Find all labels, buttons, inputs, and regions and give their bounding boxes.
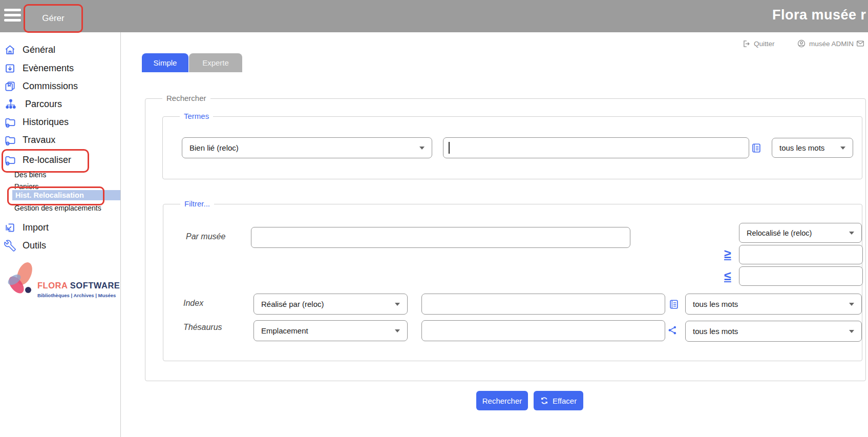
sidebar-item-evenements[interactable]: Evènements xyxy=(4,61,74,75)
button-label: Rechercher xyxy=(482,397,522,405)
user-icon xyxy=(797,39,806,48)
home-icon xyxy=(4,44,16,56)
hamburger-menu-icon[interactable] xyxy=(4,9,21,24)
lte-input[interactable] xyxy=(739,266,863,286)
gerer-label: Gérer xyxy=(42,13,64,24)
logo-brand-primary: FLORA xyxy=(37,281,68,290)
sidebar-item-label: Historiques xyxy=(23,117,69,128)
index-book-icon[interactable] xyxy=(668,299,680,310)
date-field-select[interactable]: Relocalisé le (reloc) xyxy=(739,223,862,243)
select-value: Bien lié (reloc) xyxy=(189,143,239,152)
user-menu[interactable]: musée ADMIN xyxy=(797,37,854,50)
flora-flower-logo xyxy=(4,260,36,304)
term-match-select[interactable]: tous les mots xyxy=(772,138,853,158)
lte-symbol: ≤ xyxy=(724,268,731,283)
gte-symbol: ≥ xyxy=(724,246,731,261)
sidebar-item-label: Travaux xyxy=(23,135,55,145)
sidebar-item-label: Parcours xyxy=(25,99,62,110)
wrench-icon xyxy=(4,240,16,252)
sidebar-item-label: Re-localiser xyxy=(23,155,71,165)
button-label: Effacer xyxy=(553,397,577,405)
select-value: Relocalisé le (reloc) xyxy=(747,229,812,237)
chevron-down-icon xyxy=(849,303,854,306)
sitemap-icon xyxy=(5,98,16,110)
sidebar-item-travaux[interactable]: Travaux xyxy=(4,133,55,147)
effacer-button[interactable]: Effacer xyxy=(534,391,583,410)
gerer-menu-button[interactable]: Gérer xyxy=(24,4,83,33)
quit-label: Quitter xyxy=(754,40,775,48)
chevron-down-icon xyxy=(849,232,854,235)
gte-input[interactable] xyxy=(739,245,863,264)
sidebar-item-historiques[interactable]: Historiques xyxy=(4,115,69,129)
sidebar-subitem-des-biens[interactable]: Des biens xyxy=(14,170,46,179)
sidebar-item-general[interactable]: Général xyxy=(4,43,55,57)
par-musee-input[interactable] xyxy=(251,227,630,248)
index-label: Index xyxy=(183,299,203,308)
mail-icon xyxy=(856,39,865,48)
sidebar-item-label: Evènements xyxy=(23,63,74,74)
index-match-select[interactable]: tous les mots xyxy=(685,294,862,315)
quit-button[interactable]: Quitter xyxy=(742,37,775,50)
chevron-down-icon xyxy=(849,330,854,333)
app-window: Gérer Flora musée r Quitter musée ADMIN … xyxy=(0,0,868,437)
subitem-label: Gestion des emplacements xyxy=(14,204,101,212)
folder-globe-icon xyxy=(4,116,16,128)
select-value: Réalisé par (reloc) xyxy=(261,300,324,308)
tab-label: Simple xyxy=(154,58,177,67)
sidebar-item-import[interactable]: Import xyxy=(4,220,49,235)
select-value: tous les mots xyxy=(779,143,824,152)
termes-legend: Termes xyxy=(180,112,213,120)
sidebar-subitem-hist-relocalisation[interactable]: Hist. Relocalisation xyxy=(15,191,84,200)
subitem-label: Des biens xyxy=(14,171,46,179)
app-title: Flora musée r xyxy=(772,7,868,23)
chevron-down-icon xyxy=(419,147,425,150)
sidebar-divider xyxy=(120,32,121,437)
archive-down-icon xyxy=(4,63,16,74)
thesaurus-match-select[interactable]: tous les mots xyxy=(685,321,862,342)
folders-icon xyxy=(4,80,16,92)
thesaurus-label: Thésaurus xyxy=(183,323,222,332)
logo-tagline: Bibliothèques | Archives | Musées xyxy=(37,293,116,298)
chevron-down-icon xyxy=(395,329,400,332)
sidebar-item-label: Import xyxy=(23,222,49,233)
logout-icon xyxy=(742,39,751,48)
term-input[interactable] xyxy=(443,137,749,158)
logo-brand-secondary: SOFTWARE xyxy=(68,281,120,290)
refresh-icon xyxy=(540,397,548,405)
sidebar-item-commissions[interactable]: Commissions xyxy=(4,79,78,93)
sidebar-item-relocaliser[interactable]: Re-localiser xyxy=(4,153,71,167)
select-value: tous les mots xyxy=(693,327,738,336)
user-label: musée ADMIN xyxy=(809,40,854,48)
select-value: Emplacement xyxy=(261,326,308,335)
logo-brand: FLORA SOFTWARE xyxy=(37,281,120,290)
top-bar xyxy=(0,0,868,32)
thesaurus-input[interactable] xyxy=(421,320,665,341)
index-input[interactable] xyxy=(421,294,665,315)
folder-globe-icon xyxy=(4,154,16,166)
tab-label: Experte xyxy=(202,58,229,67)
sidebar-item-label: Commissions xyxy=(23,81,78,92)
thesaurus-share-icon[interactable] xyxy=(667,325,678,336)
chevron-down-icon xyxy=(840,147,845,150)
filtrer-legend: Filtrer... xyxy=(180,199,214,208)
thesaurus-field-select[interactable]: Emplacement xyxy=(253,320,408,341)
rechercher-button[interactable]: Rechercher xyxy=(476,391,528,410)
sidebar-subitem-gestion-emplacements[interactable]: Gestion des emplacements xyxy=(14,203,101,213)
tab-experte[interactable]: Experte xyxy=(189,53,242,72)
import-icon xyxy=(4,222,16,234)
select-value: tous les mots xyxy=(693,300,738,308)
folder-globe-icon xyxy=(4,134,16,146)
sidebar-item-label: Général xyxy=(23,45,55,55)
sidebar-item-outils[interactable]: Outils xyxy=(4,238,46,253)
index-book-icon[interactable] xyxy=(751,142,762,154)
tab-simple[interactable]: Simple xyxy=(142,53,188,72)
contact-button[interactable]: C xyxy=(856,37,868,50)
subitem-label: Paniers xyxy=(14,182,38,191)
par-musee-label: Par musée xyxy=(186,232,225,241)
chevron-down-icon xyxy=(395,303,400,306)
text-cursor xyxy=(449,142,450,154)
sidebar-item-parcours[interactable]: Parcours xyxy=(5,97,62,111)
term-field-select[interactable]: Bien lié (reloc) xyxy=(182,137,432,158)
rechercher-legend: Rechercher xyxy=(162,94,210,102)
index-field-select[interactable]: Réalisé par (reloc) xyxy=(253,294,408,315)
